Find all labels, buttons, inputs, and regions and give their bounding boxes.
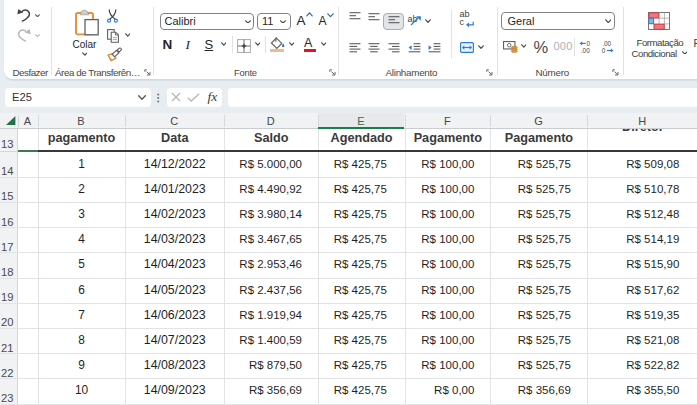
svg-text:.00: .00 [580,47,589,54]
svg-text:.00: .00 [602,41,611,47]
svg-text:0: 0 [601,47,605,53]
